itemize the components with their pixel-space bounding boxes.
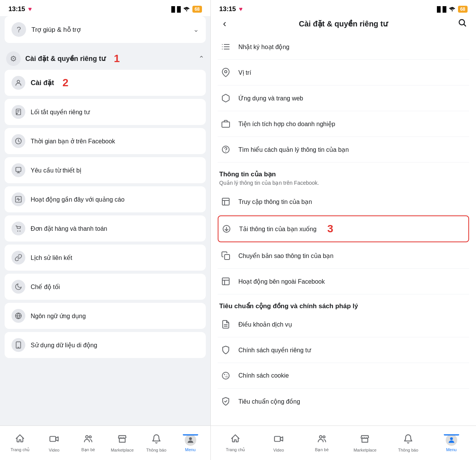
svg-point-27 xyxy=(224,374,225,375)
hoat-dong-ben-ngoai-item[interactable]: Hoạt động bên ngoài Facebook xyxy=(218,269,469,294)
lich-su-item[interactable]: Lịch sử liên kết xyxy=(5,245,206,271)
active-bar xyxy=(183,434,198,435)
left-nav-friends[interactable]: Bạn bè xyxy=(71,434,105,452)
tai-thong-tin-item[interactable]: Tải thông tin của bạn xuống 3 xyxy=(218,216,468,242)
your-info-section-title: Thông tin của bạn xyxy=(219,170,468,178)
ung-dung-item[interactable]: Ứng dụng và trang web xyxy=(218,85,469,111)
su-dung-label: Sử dụng dữ liệu di động xyxy=(31,342,97,349)
hoat-dong-item[interactable]: Hoạt động gần đây với quảng cáo xyxy=(5,186,206,212)
chuyen-ban-sao-icon xyxy=(219,249,232,262)
help-left: ? Trợ giúp & hỗ trợ xyxy=(11,22,80,37)
yeu-cau-item[interactable]: Yêu cầu từ thiết bị xyxy=(5,157,206,183)
right-nav-video[interactable]: Video xyxy=(257,434,300,452)
chinh-sach-cookie-icon xyxy=(219,369,232,382)
right-nav-menu[interactable]: Menu xyxy=(430,434,473,452)
right-time: 13:15 xyxy=(219,5,236,13)
left-nav-friends-label: Bạn bè xyxy=(81,447,95,452)
left-nav-video[interactable]: Video xyxy=(37,434,71,452)
help-section[interactable]: ? Trợ giúp & hỗ trợ ⌄ xyxy=(5,16,206,43)
svg-point-29 xyxy=(225,376,226,377)
chinh-sach-cookie-item[interactable]: Chính sách cookie xyxy=(218,363,469,389)
right-nav-video-label: Video xyxy=(273,448,284,452)
home-icon xyxy=(15,434,25,446)
right-notifications-icon xyxy=(403,434,413,446)
right-marketplace-icon xyxy=(360,434,370,446)
tai-thong-tin-icon xyxy=(220,222,233,235)
svg-rect-31 xyxy=(274,436,280,441)
cai-dat-label: Cài đặt xyxy=(31,79,54,87)
left-nav-home[interactable]: Trang chủ xyxy=(3,434,37,452)
svg-point-34 xyxy=(450,437,453,440)
marketplace-icon xyxy=(117,434,127,446)
loi-tat-label: Lối tắt quyền riêng tư xyxy=(31,108,90,116)
tieu-chuan-cong-dong-item[interactable]: Tiêu chuẩn cộng đồng xyxy=(218,389,469,414)
svg-rect-4 xyxy=(16,168,21,172)
ung-dung-label: Ứng dụng và trang web xyxy=(238,95,303,102)
wifi-icon xyxy=(183,6,190,13)
left-nav-notifications[interactable]: Thông báo xyxy=(139,434,173,452)
svg-point-33 xyxy=(323,436,325,438)
friends-icon xyxy=(83,434,93,446)
vi-tri-item[interactable]: Vị trí xyxy=(218,60,469,85)
tim-hieu-icon xyxy=(219,143,232,156)
svg-point-2 xyxy=(16,113,18,114)
right-home-icon xyxy=(230,434,240,446)
dieu-khoan-item[interactable]: Điều khoản dịch vụ xyxy=(218,312,469,337)
right-panel: 13:15 ♥ ▐▌█ 68 ‹ Cài đặt & quyền riêng t… xyxy=(211,0,476,460)
right-nav-friends[interactable]: Bạn bè xyxy=(300,434,343,452)
left-bottom-nav: Trang chủ Video Bạn bè Marketplace Thông… xyxy=(0,426,210,460)
nhat-ky-label: Nhật ký hoạt động xyxy=(238,43,289,51)
chuyen-ban-sao-item[interactable]: Chuyển bản sao thông tin của bạn xyxy=(218,243,469,269)
hoat-dong-ben-ngoai-label: Hoạt động bên ngoài Facebook xyxy=(238,278,325,285)
right-nav-notif-label: Thông báo xyxy=(398,448,419,452)
tai-thong-tin-highlighted: Tải thông tin của bạn xuống 3 xyxy=(218,215,469,242)
right-nav-marketplace-label: Marketplace xyxy=(353,448,376,452)
truy-cap-icon xyxy=(219,195,232,208)
right-signal-icon: ▐▌█ xyxy=(435,6,446,12)
svg-rect-11 xyxy=(50,436,56,441)
left-time: 13:15 xyxy=(8,5,25,13)
back-button[interactable]: ‹ xyxy=(218,18,231,30)
ngon-ngu-icon xyxy=(11,309,25,323)
su-dung-du-lieu-item[interactable]: Sử dụng dữ liệu di động xyxy=(5,332,206,358)
nhat-ky-item[interactable]: Nhật ký hoạt động xyxy=(218,34,469,60)
left-status-icons: ▐▌█ 68 xyxy=(169,6,202,13)
svg-point-12 xyxy=(86,435,89,438)
left-panel: 13:15 ♥ ▐▌█ 68 ? Trợ giúp & hỗ trợ ⌄ ⚙ C… xyxy=(0,0,211,460)
hoat-dong-ben-ngoai-icon xyxy=(219,275,232,288)
left-nav-marketplace[interactable]: Marketplace xyxy=(105,434,139,452)
che-do-toi-item[interactable]: Chế độ tối xyxy=(5,274,206,300)
loi-tat-item[interactable]: Lối tắt quyền riêng tư xyxy=(5,99,206,125)
right-nav-marketplace[interactable]: Marketplace xyxy=(343,434,387,452)
right-nav-home-label: Trang chủ xyxy=(226,447,245,452)
thoi-gian-item[interactable]: Thời gian bạn ở trên Facebook xyxy=(5,128,206,154)
right-nav-home[interactable]: Trang chủ xyxy=(214,434,257,452)
svg-point-32 xyxy=(319,435,322,438)
tien-ich-item[interactable]: Tiện ích tích hợp cho doanh nghiệp xyxy=(218,111,469,137)
left-nav-menu[interactable]: Menu xyxy=(173,434,207,452)
step-3-badge: 3 xyxy=(327,223,333,235)
truy-cap-item[interactable]: Truy cập thông tin của bạn xyxy=(218,189,469,215)
svg-rect-17 xyxy=(222,122,230,127)
left-nav-marketplace-label: Marketplace xyxy=(111,448,134,452)
don-dat-hang-item[interactable]: Đơn đặt hàng và thanh toán xyxy=(5,215,206,242)
ngon-ngu-item[interactable]: Ngôn ngữ ứng dụng xyxy=(5,303,206,329)
chinh-sach-cookie-label: Chính sách cookie xyxy=(238,372,289,379)
chuyen-ban-sao-label: Chuyển bản sao thông tin của bạn xyxy=(238,252,333,260)
chinh-sach-rieng-tu-label: Chính sách quyền riêng tư xyxy=(238,347,311,354)
search-button[interactable] xyxy=(455,18,469,30)
nhat-ky-icon xyxy=(219,40,232,53)
dieu-khoan-label: Điều khoản dịch vụ xyxy=(238,321,292,328)
hoat-dong-label: Hoạt động gần đây với quảng cáo xyxy=(31,196,125,203)
tim-hieu-item[interactable]: Tìm hiểu cách quản lý thông tin của bạn xyxy=(218,137,469,163)
settings-cai-dat-item[interactable]: Cài đặt 2 xyxy=(5,70,206,96)
settings-section-header[interactable]: ⚙ Cài đặt & quyền riêng tư 1 ⌃ xyxy=(5,46,206,70)
right-wifi-icon xyxy=(449,6,456,13)
chinh-sach-rieng-tu-item[interactable]: Chính sách quyền riêng tư xyxy=(218,337,469,363)
che-do-toi-icon xyxy=(11,280,25,294)
tien-ich-label: Tiện ích tích hợp cho doanh nghiệp xyxy=(238,120,335,128)
right-nav-notifications[interactable]: Thông báo xyxy=(387,434,430,452)
svg-point-6 xyxy=(17,230,18,232)
loi-tat-icon xyxy=(11,105,25,119)
help-label: Trợ giúp & hỗ trợ xyxy=(31,26,80,34)
